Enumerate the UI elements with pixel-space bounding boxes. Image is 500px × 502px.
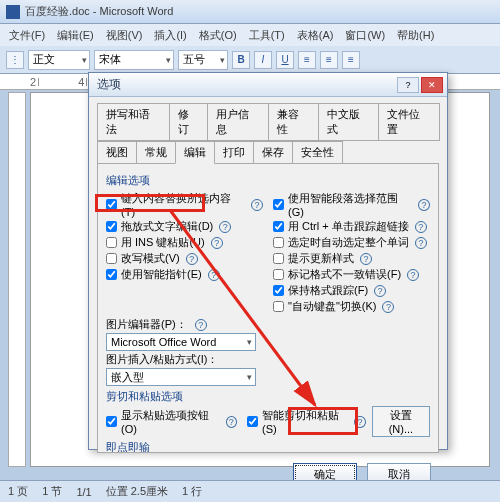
dialog-title: 选项 xyxy=(97,76,121,93)
window-title: 百度经验.doc - Microsoft Word xyxy=(25,4,173,19)
help-icon[interactable]: ? xyxy=(226,416,237,428)
status-position: 位置 2.5厘米 xyxy=(106,484,168,499)
tab-常规[interactable]: 常规 xyxy=(136,141,176,164)
menu-view[interactable]: 视图(V) xyxy=(101,26,148,45)
status-section: 1 节 xyxy=(42,484,62,499)
tab-编辑[interactable]: 编辑 xyxy=(175,141,215,164)
tab-文件位置[interactable]: 文件位置 xyxy=(378,103,440,141)
help-icon[interactable]: ? xyxy=(418,199,430,211)
font-selector[interactable]: 宋体 xyxy=(94,50,174,70)
underline-button[interactable]: U xyxy=(276,51,294,69)
style-selector[interactable]: 正文 xyxy=(28,50,90,70)
close-button[interactable]: ✕ xyxy=(421,77,443,93)
check-smart-cut-paste[interactable]: 智能剪切和粘贴(S)? xyxy=(247,408,366,435)
tabstrip: 拼写和语法修订用户信息兼容性中文版式文件位置 视图常规编辑打印保存安全性 编辑选… xyxy=(89,97,447,453)
check-option[interactable]: 拖放式文字编辑(D)? xyxy=(106,219,263,234)
menu-file[interactable]: 文件(F) xyxy=(4,26,50,45)
help-button[interactable]: ? xyxy=(397,77,419,93)
menu-insert[interactable]: 插入(I) xyxy=(149,26,191,45)
vertical-ruler xyxy=(8,92,26,467)
help-icon[interactable]: ? xyxy=(407,269,419,281)
help-icon[interactable]: ? xyxy=(219,221,231,233)
align-right-icon[interactable]: ≡ xyxy=(342,51,360,69)
tab-兼容性[interactable]: 兼容性 xyxy=(268,103,319,141)
section-cut-paste: 剪切和粘贴选项 xyxy=(106,389,430,404)
tab-拼写和语法[interactable]: 拼写和语法 xyxy=(97,103,170,141)
help-icon[interactable]: ? xyxy=(415,237,427,249)
help-icon[interactable]: ? xyxy=(382,301,394,313)
picture-editor-combo[interactable]: Microsoft Office Word xyxy=(106,333,256,351)
tab-视图[interactable]: 视图 xyxy=(97,141,137,164)
align-center-icon[interactable]: ≡ xyxy=(320,51,338,69)
titlebar: 百度经验.doc - Microsoft Word xyxy=(0,0,500,24)
label-picture-editor: 图片编辑器(P)： xyxy=(106,317,187,332)
help-icon[interactable]: ? xyxy=(208,269,220,281)
menu-edit[interactable]: 编辑(E) xyxy=(52,26,99,45)
dialog-titlebar: 选项 ? ✕ xyxy=(89,73,447,97)
tab-修订[interactable]: 修订 xyxy=(169,103,209,141)
label-picture-paste: 图片插入/粘贴方式(I)： xyxy=(106,352,430,367)
status-page: 1 页 xyxy=(8,484,28,499)
menubar: 文件(F) 编辑(E) 视图(V) 插入(I) 格式(O) 工具(T) 表格(A… xyxy=(0,24,500,46)
bold-button[interactable]: B xyxy=(232,51,250,69)
menu-table[interactable]: 表格(A) xyxy=(292,26,339,45)
toolbar-handle-icon[interactable]: ⋮ xyxy=(6,51,24,69)
tab-用户信息[interactable]: 用户信息 xyxy=(207,103,269,141)
menu-format[interactable]: 格式(O) xyxy=(194,26,242,45)
check-option[interactable]: 标记格式不一致错误(F)? xyxy=(273,267,430,282)
section-click-type: 即点即输 xyxy=(106,440,430,453)
tabs-row-1: 拼写和语法修订用户信息兼容性中文版式文件位置 xyxy=(97,103,439,141)
help-icon[interactable]: ? xyxy=(211,237,223,249)
check-option[interactable]: 选定时自动选定整个单词? xyxy=(273,235,430,250)
tabs-row-2: 视图常规编辑打印保存安全性 xyxy=(97,141,439,164)
tab-中文版式[interactable]: 中文版式 xyxy=(318,103,380,141)
menu-window[interactable]: 窗口(W) xyxy=(340,26,390,45)
help-icon[interactable]: ? xyxy=(354,416,365,428)
check-option[interactable]: 提示更新样式? xyxy=(273,251,430,266)
check-option[interactable]: 改写模式(V)? xyxy=(106,251,263,266)
toolbar: ⋮ 正文 宋体 五号 B I U ≡ ≡ ≡ xyxy=(0,46,500,74)
help-icon[interactable]: ? xyxy=(415,221,427,233)
tab-打印[interactable]: 打印 xyxy=(214,141,254,164)
help-icon[interactable]: ? xyxy=(195,319,207,331)
tab-安全性[interactable]: 安全性 xyxy=(292,141,343,164)
check-option[interactable]: 使用智能指针(E)? xyxy=(106,267,263,282)
check-show-paste-options[interactable]: 显示粘贴选项按钮(O)? xyxy=(106,407,237,436)
status-lines: 1 行 xyxy=(182,484,202,499)
check-option[interactable]: 用 Ctrl + 单击跟踪超链接? xyxy=(273,219,430,234)
word-icon xyxy=(6,5,20,19)
tab-panel-edit: 编辑选项 键入内容替换所选内容(T)?拖放式文字编辑(D)?用 INS 键粘贴(… xyxy=(97,163,439,453)
settings-button[interactable]: 设置(N)... xyxy=(372,406,430,437)
options-dialog: 选项 ? ✕ 拼写和语法修订用户信息兼容性中文版式文件位置 视图常规编辑打印保存… xyxy=(88,72,448,450)
help-icon[interactable]: ? xyxy=(186,253,198,265)
fontsize-selector[interactable]: 五号 xyxy=(178,50,228,70)
help-icon[interactable]: ? xyxy=(360,253,372,265)
tab-保存[interactable]: 保存 xyxy=(253,141,293,164)
status-pages: 1/1 xyxy=(76,486,91,498)
check-option[interactable]: "自动键盘"切换(K)? xyxy=(273,299,430,314)
menu-tools[interactable]: 工具(T) xyxy=(244,26,290,45)
align-left-icon[interactable]: ≡ xyxy=(298,51,316,69)
check-option[interactable]: 保持格式跟踪(F)? xyxy=(273,283,430,298)
help-icon[interactable]: ? xyxy=(251,199,263,211)
section-edit-options: 编辑选项 xyxy=(106,173,430,188)
check-option[interactable]: 使用智能段落选择范围(G)? xyxy=(273,191,430,218)
picture-paste-combo[interactable]: 嵌入型 xyxy=(106,368,256,386)
check-option[interactable]: 用 INS 键粘贴(U)? xyxy=(106,235,263,250)
menu-help[interactable]: 帮助(H) xyxy=(392,26,439,45)
help-icon[interactable]: ? xyxy=(374,285,386,297)
statusbar: 1 页 1 节 1/1 位置 2.5厘米 1 行 xyxy=(0,480,500,502)
check-option[interactable]: 键入内容替换所选内容(T)? xyxy=(106,191,263,218)
italic-button[interactable]: I xyxy=(254,51,272,69)
